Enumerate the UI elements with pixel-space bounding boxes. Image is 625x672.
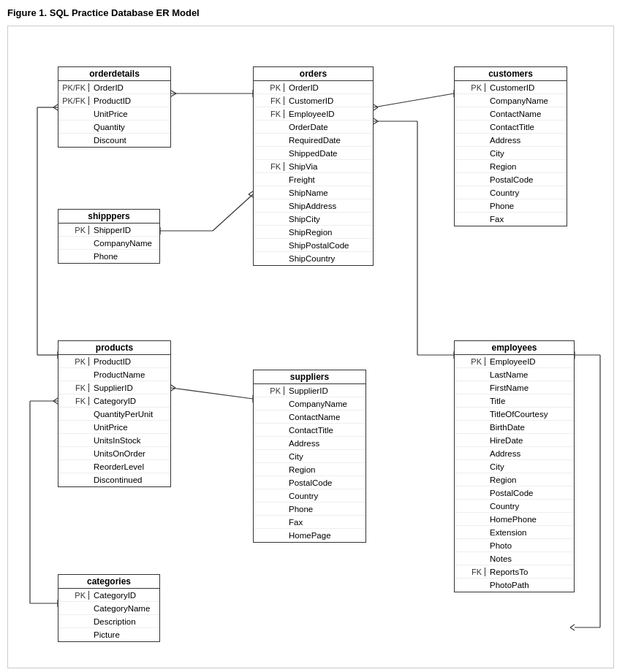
table-row: ReorderLevel xyxy=(58,460,170,473)
table-row: City xyxy=(455,147,567,160)
field-name: UnitPrice xyxy=(89,422,170,432)
diagram-container: orderdetailsPK/FKOrderIDPK/FKProductIDUn… xyxy=(7,26,614,668)
field-name: CompanyName xyxy=(284,399,365,409)
table-row: Phone xyxy=(58,250,159,263)
field-key: PK/FK xyxy=(58,96,89,105)
table-row: FKEmployeeID xyxy=(254,107,373,121)
table-row: PKEmployeeID xyxy=(455,355,574,368)
table-row: Discontinued xyxy=(58,473,170,486)
table-row: ShipCountry xyxy=(254,252,373,265)
field-key: PK xyxy=(254,386,284,395)
field-name: ReorderLevel xyxy=(89,462,170,472)
field-name: OrderDate xyxy=(284,122,373,132)
field-key: FK xyxy=(254,162,284,171)
field-name: ShipperID xyxy=(89,225,159,235)
field-name: Country xyxy=(485,188,567,198)
field-name: Freight xyxy=(284,175,373,185)
field-name: Address xyxy=(485,135,567,145)
table-row: PKCustomerID xyxy=(455,81,567,94)
table-row: Fax xyxy=(254,516,365,529)
field-key: PK xyxy=(58,226,89,234)
table-header-categories: categories xyxy=(58,575,159,589)
table-row: PKShipperID xyxy=(58,224,159,237)
field-name: Notes xyxy=(485,554,574,564)
field-name: Phone xyxy=(485,201,567,211)
field-name: SupplierID xyxy=(284,386,365,396)
table-row: TitleOfCourtesy xyxy=(455,408,574,421)
field-name: ContactTitle xyxy=(485,122,567,132)
table-header-orders: orders xyxy=(254,67,373,81)
table-row: Freight xyxy=(254,173,373,186)
field-name: PostalCode xyxy=(284,478,365,488)
field-name: ProductID xyxy=(89,356,170,367)
table-header-employees: employees xyxy=(455,341,574,355)
table-row: PKProductID xyxy=(58,355,170,368)
field-name: UnitPrice xyxy=(89,109,170,119)
table-row: FKCustomerID xyxy=(254,94,373,107)
table-row: FKShipVia xyxy=(254,160,373,173)
table-categories: categoriesPKCategoryIDCategoryNameDescri… xyxy=(58,574,160,642)
table-row: Notes xyxy=(455,552,574,565)
table-row: CompanyName xyxy=(254,397,365,411)
field-key: PK xyxy=(58,357,89,366)
field-name: SupplierID xyxy=(89,383,170,393)
field-name: Photo xyxy=(485,541,574,551)
table-row: Region xyxy=(455,160,567,173)
table-row: FirstName xyxy=(455,381,574,394)
table-row: Address xyxy=(455,134,567,147)
field-name: CategoryID xyxy=(89,590,159,600)
field-key: FK xyxy=(58,397,89,405)
table-shippers: shipppersPKShipperIDCompanyNamePhone xyxy=(58,209,160,264)
field-name: ShipName xyxy=(284,188,373,198)
field-name: Address xyxy=(284,438,365,448)
field-name: PhotoPath xyxy=(485,580,574,590)
svg-line-12 xyxy=(374,121,378,124)
field-name: EmployeeID xyxy=(284,109,373,119)
table-row: ShipRegion xyxy=(254,226,373,239)
table-row: City xyxy=(254,450,365,463)
table-row: PostalCode xyxy=(455,173,567,186)
field-key: PK xyxy=(455,357,485,366)
svg-line-5 xyxy=(374,104,378,107)
svg-line-14 xyxy=(213,194,253,231)
table-row: Phone xyxy=(455,199,567,213)
field-name: Title xyxy=(485,396,574,406)
field-name: CategoryID xyxy=(89,396,170,406)
svg-line-38 xyxy=(570,625,575,627)
table-row: HireDate xyxy=(455,434,574,447)
table-row: Fax xyxy=(455,213,567,226)
table-row: Discount xyxy=(58,134,170,147)
field-name: Discontinued xyxy=(89,475,170,485)
field-name: PostalCode xyxy=(485,488,574,498)
table-row: ContactName xyxy=(254,411,365,424)
field-name: OrderID xyxy=(89,83,170,93)
field-name: Region xyxy=(485,475,574,485)
table-row: LastName xyxy=(455,368,574,381)
field-name: EmployeeID xyxy=(485,356,574,367)
field-name: ContactTitle xyxy=(284,425,365,435)
field-name: ShipVia xyxy=(284,161,373,172)
field-name: HireDate xyxy=(485,435,574,446)
table-row: UnitPrice xyxy=(58,421,170,434)
field-name: Phone xyxy=(89,251,159,261)
field-name: Region xyxy=(485,161,567,172)
field-name: CompanyName xyxy=(485,96,567,106)
field-name: PostalCode xyxy=(485,175,567,185)
field-name: CompanyName xyxy=(89,238,159,248)
table-row: CategoryName xyxy=(58,602,159,615)
table-row: HomePage xyxy=(254,529,365,542)
table-row: PKOrderID xyxy=(254,81,373,94)
field-name: CustomerID xyxy=(284,96,373,106)
table-row: OrderDate xyxy=(254,121,373,134)
field-name: City xyxy=(485,148,567,159)
field-name: Phone xyxy=(284,504,365,514)
field-name: ContactName xyxy=(284,412,365,422)
table-row: UnitPrice xyxy=(58,107,170,121)
field-name: City xyxy=(284,451,365,462)
field-key: PK xyxy=(254,83,284,92)
field-name: ProductID xyxy=(89,96,170,106)
field-name: Country xyxy=(284,491,365,501)
table-row: Title xyxy=(455,394,574,408)
field-key: PK xyxy=(58,591,89,600)
table-row: ShipAddress xyxy=(254,199,373,213)
